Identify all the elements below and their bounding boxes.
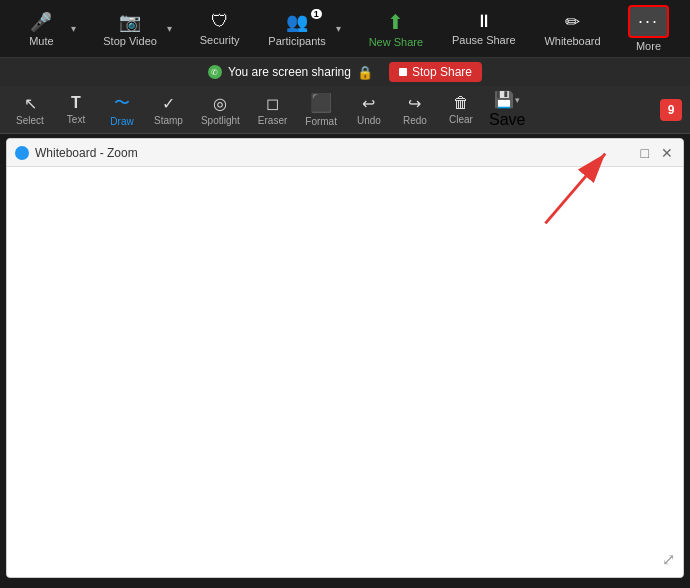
undo-icon: ↩ [362,94,375,113]
draw-icon: 〜 [114,93,130,114]
mute-icon: 🎤 [30,11,52,33]
whiteboard-logo-dot [15,146,29,160]
stop-share-button[interactable]: Stop Share [389,62,482,82]
save-tool[interactable]: 💾 ▾ Save [485,86,529,133]
stop-video-button[interactable]: 📷 Stop Video [97,7,163,51]
save-label: Save [489,111,525,129]
clear-icon: 🗑 [453,94,469,112]
eraser-label: Eraser [258,115,287,126]
expand-button[interactable]: ⤢ [662,550,675,569]
spotlight-icon: ◎ [213,94,227,113]
pause-share-button[interactable]: ⏸ Pause Share [446,7,522,50]
pause-share-label: Pause Share [452,34,516,46]
redo-label: Redo [403,115,427,126]
maximize-button[interactable]: □ [639,143,651,163]
whiteboard-icon: ✏ [565,11,580,33]
stop-video-label: Stop Video [103,35,157,47]
new-share-button[interactable]: ⬆ New Share [363,6,429,52]
text-icon: T [71,94,81,112]
pause-icon: ⏸ [475,11,493,32]
save-chevron-icon: ▾ [515,95,520,105]
whiteboard-titlebar: Whiteboard - Zoom □ ✕ [7,139,683,167]
new-share-label: New Share [369,36,423,48]
select-tool[interactable]: ↖ Select [8,90,52,130]
whiteboard-button[interactable]: ✏ Whiteboard [538,7,606,51]
redo-tool[interactable]: ↪ Redo [393,90,437,130]
sharing-dot: ✆ [208,65,222,79]
video-chevron[interactable]: ▾ [163,23,177,34]
eraser-icon: ◻ [266,94,279,113]
select-icon: ↖ [24,94,37,113]
share-bar: ✆ You are screen sharing 🔒 Stop Share [0,58,690,86]
more-label: More [636,40,661,52]
more-button[interactable]: ··· More [623,3,673,54]
text-tool[interactable]: T Text [54,90,98,129]
notification-badge[interactable]: 9 [660,99,682,121]
top-toolbar: 🎤 Mute ▾ 📷 Stop Video ▾ 🛡 Security 👥 Par… [0,0,690,58]
save-icon-row: 💾 ▾ [494,90,520,109]
whiteboard-title-left: Whiteboard - Zoom [15,146,138,160]
close-button[interactable]: ✕ [659,143,675,163]
participants-icon: 👥 [286,11,308,33]
security-label: Security [200,34,240,46]
stop-share-label: Stop Share [412,65,472,79]
mute-chevron-icon: ▾ [71,23,76,34]
stop-square-icon [399,68,407,76]
annotation-arrow-overlay [7,139,683,577]
mute-button[interactable]: 🎤 Mute [16,7,66,51]
text-label: Text [67,114,85,125]
participants-chevron-icon: ▾ [336,23,341,34]
format-tool[interactable]: ⬛ Format [297,88,345,131]
stop-video-group: 📷 Stop Video ▾ [97,7,177,51]
lock-icon: 🔒 [357,65,373,80]
sharing-status: ✆ You are screen sharing 🔒 [208,65,373,80]
badge-count: 9 [668,103,675,117]
whiteboard-title: Whiteboard - Zoom [35,146,138,160]
mute-chevron[interactable]: ▾ [66,23,80,34]
stamp-icon: ✓ [162,94,175,113]
draw-tool[interactable]: 〜 Draw [100,89,144,131]
sharing-status-text: You are screen sharing [228,65,351,79]
eraser-tool[interactable]: ◻ Eraser [250,90,295,130]
select-label: Select [16,115,44,126]
new-share-icon: ⬆ [387,10,404,34]
participants-label: Participants [268,35,325,47]
video-chevron-icon: ▾ [167,23,172,34]
security-button[interactable]: 🛡 Security [194,7,246,50]
whiteboard-label: Whiteboard [544,35,600,47]
participants-group: 👥 Participants 1 ▾ [262,7,345,51]
undo-tool[interactable]: ↩ Undo [347,90,391,130]
format-label: Format [305,116,337,127]
whiteboard-window: Whiteboard - Zoom □ ✕ ⤢ [6,138,684,578]
spotlight-label: Spotlight [201,115,240,126]
draw-label: Draw [110,116,133,127]
more-icon: ··· [638,11,659,32]
whiteboard-controls: □ ✕ [639,143,675,163]
whiteboard-canvas[interactable]: ⤢ [7,167,683,577]
mute-label: Mute [29,35,53,47]
clear-label: Clear [449,114,473,125]
security-icon: 🛡 [211,11,229,32]
participants-chevron[interactable]: ▾ [332,23,346,34]
video-icon: 📷 [119,11,141,33]
save-icon: 💾 [494,90,514,109]
redo-icon: ↪ [408,94,421,113]
undo-label: Undo [357,115,381,126]
participants-button[interactable]: 👥 Participants 1 [262,7,331,51]
participants-badge: 1 [311,9,322,19]
whiteboard-toolbar: ↖ Select T Text 〜 Draw ✓ Stamp ◎ Spotlig… [0,86,690,134]
stamp-tool[interactable]: ✓ Stamp [146,90,191,130]
spotlight-tool[interactable]: ◎ Spotlight [193,90,248,130]
more-dots[interactable]: ··· [628,5,669,38]
format-icon: ⬛ [310,92,332,114]
stamp-label: Stamp [154,115,183,126]
clear-tool[interactable]: 🗑 Clear [439,90,483,129]
mute-group: 🎤 Mute ▾ [16,7,80,51]
